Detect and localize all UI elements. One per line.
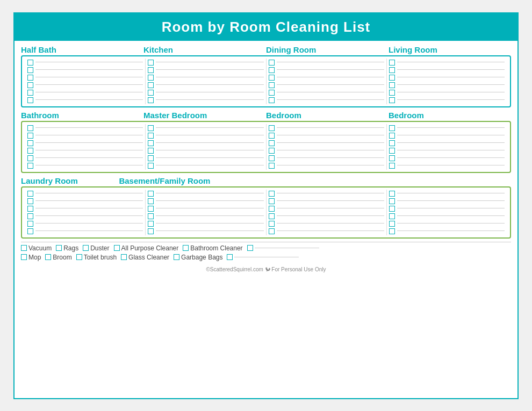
checkbox[interactable] <box>389 163 395 169</box>
checkbox[interactable] <box>148 148 154 154</box>
checkbox[interactable] <box>27 155 33 161</box>
checkbox[interactable] <box>27 140 33 146</box>
checkbox[interactable] <box>269 221 275 227</box>
checkbox[interactable] <box>269 198 275 204</box>
checkbox[interactable] <box>148 221 154 227</box>
checkbox[interactable] <box>27 221 33 227</box>
checkbox[interactable] <box>269 125 275 131</box>
checkbox[interactable] <box>269 206 275 212</box>
checkbox-toilet-brush[interactable] <box>76 254 82 260</box>
checkbox[interactable] <box>269 82 275 88</box>
supply-all-purpose: All Purpose Cleaner <box>114 244 179 252</box>
checkbox[interactable] <box>269 90 275 96</box>
checkbox[interactable] <box>148 140 154 146</box>
checkbox[interactable] <box>27 75 33 81</box>
checkbox-all-purpose[interactable] <box>114 245 120 251</box>
checkbox[interactable] <box>148 60 154 66</box>
checkbox[interactable] <box>27 125 33 131</box>
checkbox[interactable] <box>389 140 395 146</box>
checkbox[interactable] <box>389 90 395 96</box>
checkbox-extra-2[interactable] <box>227 254 233 260</box>
checkbox[interactable] <box>389 206 395 212</box>
table-row <box>269 75 384 81</box>
checkbox[interactable] <box>27 163 33 169</box>
checkbox-vacuum[interactable] <box>21 245 27 251</box>
checkbox[interactable] <box>148 213 154 219</box>
checkbox[interactable] <box>27 60 33 66</box>
col-dining-room <box>267 59 387 104</box>
checkbox[interactable] <box>389 148 395 154</box>
checkbox-bathroom-cleaner[interactable] <box>183 245 189 251</box>
checkbox[interactable] <box>148 90 154 96</box>
header-bathroom: Bathroom <box>21 111 143 120</box>
checkbox[interactable] <box>27 82 33 88</box>
checkbox[interactable] <box>148 97 154 103</box>
checkbox[interactable] <box>148 75 154 81</box>
checkbox[interactable] <box>389 191 395 197</box>
checkbox-mop[interactable] <box>21 254 27 260</box>
checkbox[interactable] <box>269 67 275 73</box>
checkbox-garbage-bags[interactable] <box>174 254 179 260</box>
checkbox[interactable] <box>269 60 275 66</box>
checkbox[interactable] <box>269 191 275 197</box>
checkbox[interactable] <box>27 191 33 197</box>
table-row <box>389 67 505 73</box>
table-row <box>148 148 263 154</box>
checkbox-glass-cleaner[interactable] <box>121 254 127 260</box>
checkbox-duster[interactable] <box>83 245 89 251</box>
checkbox[interactable] <box>389 75 395 81</box>
checkbox[interactable] <box>389 60 395 66</box>
checkbox[interactable] <box>389 213 395 219</box>
col-basement-1 <box>146 190 266 235</box>
copyright: ©ScatteredSquirrel.com 🐿 For Personal Us… <box>21 265 511 273</box>
checkbox[interactable] <box>389 67 395 73</box>
checkbox[interactable] <box>27 148 33 154</box>
checkbox[interactable] <box>148 198 154 204</box>
checkbox[interactable] <box>389 155 395 161</box>
checkbox[interactable] <box>269 133 275 139</box>
checkbox[interactable] <box>269 148 275 154</box>
section-2: Bathroom Master Bedroom Bedroom Bedroom <box>21 111 511 173</box>
checkbox[interactable] <box>269 75 275 81</box>
checkbox[interactable] <box>148 133 154 139</box>
checkbox[interactable] <box>27 228 33 234</box>
checkbox[interactable] <box>27 90 33 96</box>
checkbox[interactable] <box>269 140 275 146</box>
checkbox[interactable] <box>27 206 33 212</box>
checkbox[interactable] <box>269 155 275 161</box>
checkbox[interactable] <box>148 206 154 212</box>
table-row <box>148 206 263 212</box>
checkbox-broom[interactable] <box>45 254 51 260</box>
checkbox[interactable] <box>148 228 154 234</box>
checkbox[interactable] <box>148 155 154 161</box>
checkbox[interactable] <box>27 133 33 139</box>
table-row <box>148 82 263 88</box>
table-row <box>148 155 263 161</box>
checkbox[interactable] <box>148 191 154 197</box>
checkbox[interactable] <box>27 198 33 204</box>
checkbox-extra-1[interactable] <box>247 245 253 251</box>
checkbox[interactable] <box>389 198 395 204</box>
checkbox[interactable] <box>389 221 395 227</box>
checkbox[interactable] <box>389 228 395 234</box>
checkbox[interactable] <box>148 163 154 169</box>
checkbox[interactable] <box>148 125 154 131</box>
checkbox[interactable] <box>269 97 275 103</box>
checkbox[interactable] <box>269 228 275 234</box>
checkbox[interactable] <box>389 97 395 103</box>
checkbox[interactable] <box>27 67 33 73</box>
checkbox[interactable] <box>148 82 154 88</box>
checkbox[interactable] <box>269 213 275 219</box>
checkbox[interactable] <box>27 97 33 103</box>
table-row <box>269 82 384 88</box>
checkbox[interactable] <box>269 163 275 169</box>
table-row <box>389 213 505 219</box>
checkbox[interactable] <box>148 67 154 73</box>
checkbox[interactable] <box>27 213 33 219</box>
checkbox[interactable] <box>389 125 395 131</box>
table-row <box>27 97 143 103</box>
table-row <box>27 206 143 212</box>
checkbox-rags[interactable] <box>56 245 62 251</box>
checkbox[interactable] <box>389 133 395 139</box>
checkbox[interactable] <box>389 82 395 88</box>
